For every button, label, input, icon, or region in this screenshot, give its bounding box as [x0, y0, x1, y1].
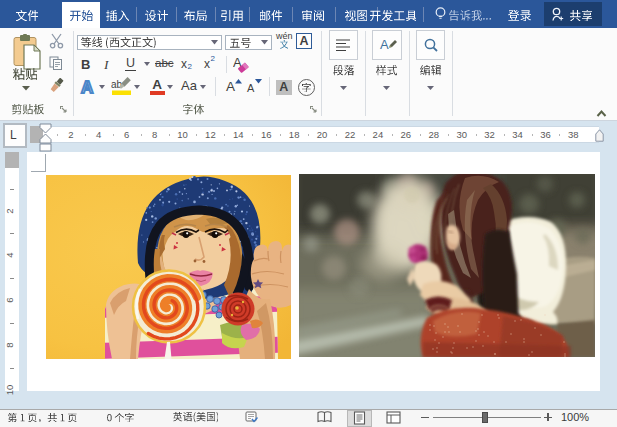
svg-text:A: A [380, 37, 389, 52]
svg-text:A: A [81, 78, 93, 96]
